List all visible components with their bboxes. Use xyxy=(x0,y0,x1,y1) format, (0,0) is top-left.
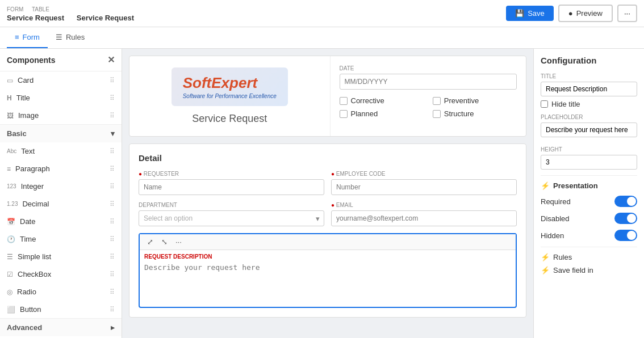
placeholder-config-label: PLACEHOLDER xyxy=(541,114,637,120)
more-options-icon[interactable]: ··· xyxy=(173,236,185,247)
disabled-toggle-row: Disabled xyxy=(541,213,637,224)
sidebar-item-radio[interactable]: ◎ Radio ⠿ xyxy=(0,283,122,301)
logo-expert: Expert xyxy=(211,74,257,91)
hide-title-label: Hide title xyxy=(551,100,580,108)
tab-form[interactable]: ≡ Form xyxy=(7,27,48,48)
hidden-label: Hidden xyxy=(541,231,564,240)
requester-input[interactable] xyxy=(139,179,324,195)
time-icon: 🕐 xyxy=(7,235,15,243)
expand-icon[interactable]: ⤢ xyxy=(144,236,156,247)
department-select[interactable]: Select an option xyxy=(139,210,324,226)
tabs-bar: ≡ Form ☰ Rules xyxy=(0,27,644,49)
height-config-input[interactable] xyxy=(541,155,637,170)
config-panel: Configuration TITLE Hide title PLACEHOLD… xyxy=(533,49,644,338)
checkbox-preventive[interactable]: Preventive xyxy=(433,96,517,105)
drag-handle[interactable]: ⠿ xyxy=(110,235,115,243)
close-icon[interactable]: ✕ xyxy=(107,54,115,65)
drag-handle[interactable]: ⠿ xyxy=(110,94,115,102)
textarea-toolbar: ⤢ ⤡ ··· xyxy=(140,234,516,250)
employee-field: ● EMPLOYEE CODE xyxy=(331,171,517,195)
sidebar-item-time[interactable]: 🕐 Time ⠿ xyxy=(0,230,122,248)
config-title: Configuration xyxy=(541,56,637,65)
card-icon: ▭ xyxy=(7,77,13,84)
hidden-toggle[interactable] xyxy=(614,230,637,241)
placeholder-config-input[interactable] xyxy=(541,122,637,137)
drag-handle[interactable]: ⠿ xyxy=(110,271,115,278)
preventive-checkbox[interactable] xyxy=(433,97,441,105)
basic-section-header[interactable]: Basic ▾ xyxy=(0,124,122,142)
sidebar-item-decimal[interactable]: 1.23 Decimal ⠿ xyxy=(0,195,122,213)
sidebar-item-text[interactable]: Abc Text ⠿ xyxy=(0,142,122,160)
hide-title-checkbox[interactable] xyxy=(541,100,548,108)
checkbox-corrective[interactable]: Corrective xyxy=(340,96,424,105)
request-description-card: ⤢ ⤡ ··· REQUEST DESCRIPTION xyxy=(139,233,517,308)
drag-handle[interactable]: ⠿ xyxy=(110,253,115,261)
sidebar-item-card[interactable]: ▭ Card ⠿ xyxy=(0,71,122,89)
row-department-email: DEPARTMENT Select an option ▾ ● EMAIL xyxy=(139,202,517,226)
text-icon: Abc xyxy=(7,148,16,154)
tab-rules[interactable]: ☰ Rules xyxy=(48,27,93,48)
planned-checkbox[interactable] xyxy=(340,110,348,118)
sidebar-item-integer[interactable]: 123 Integer ⠿ xyxy=(0,178,122,195)
integer-icon: 123 xyxy=(7,183,16,189)
title-config-input[interactable] xyxy=(541,82,637,96)
more-button[interactable]: ··· xyxy=(617,5,637,22)
checkbox-planned[interactable]: Planned xyxy=(340,109,424,118)
corrective-checkbox[interactable] xyxy=(340,97,348,105)
sidebar-item-paragraph[interactable]: ≡ Paragraph ⠿ xyxy=(0,160,122,178)
sidebar-item-title[interactable]: H Title ⠿ xyxy=(0,89,122,107)
required-toggle-row: Required xyxy=(541,196,637,207)
sidebar-item-date[interactable]: 📅 Date ⠿ xyxy=(0,213,122,230)
drag-handle[interactable]: ⠿ xyxy=(110,200,115,208)
drag-handle[interactable]: ⠿ xyxy=(110,183,115,191)
logo-box: SoftExpert Software for Performance Exce… xyxy=(172,67,288,106)
advanced-section-header[interactable]: Advanced ▸ xyxy=(0,318,122,336)
sidebar-item-image[interactable]: 🖼 Image ⠿ xyxy=(0,107,122,124)
department-field: DEPARTMENT Select an option ▾ xyxy=(139,202,324,226)
simplelist-icon: ☰ xyxy=(7,253,13,261)
row-requester-employee: ● REQUESTER ● EMPLOYEE CODE xyxy=(139,171,517,195)
config-divider xyxy=(541,175,637,176)
top-bar: FORM TABLE Service Request Service Reque… xyxy=(0,0,644,27)
drag-handle[interactable]: ⠿ xyxy=(110,147,115,155)
decimal-icon: 1.23 xyxy=(7,201,18,207)
preview-button[interactable]: ● Preview xyxy=(558,5,613,22)
date-input[interactable] xyxy=(340,74,517,90)
sidebar-item-button[interactable]: ⬜ Button ⠿ xyxy=(0,301,122,318)
save-field-row[interactable]: ⚡ Save field in xyxy=(541,266,637,274)
required-toggle[interactable] xyxy=(614,196,637,207)
image-icon: 🖼 xyxy=(7,112,14,120)
drag-handle[interactable]: ⠿ xyxy=(110,306,115,314)
drag-handle[interactable]: ⠿ xyxy=(110,112,115,120)
hide-title-row: Hide title xyxy=(541,100,637,108)
drag-handle[interactable]: ⠿ xyxy=(110,288,115,296)
config-divider-2 xyxy=(541,247,637,247)
request-description-textarea[interactable] xyxy=(140,260,516,305)
save-button[interactable]: 💾 Save xyxy=(506,6,554,21)
date-icon: 📅 xyxy=(7,218,15,226)
sidebar-item-simplelist[interactable]: ☰ Simple list ⠿ xyxy=(0,248,122,265)
checkbox-structure[interactable]: Structure xyxy=(433,109,517,118)
structure-checkbox[interactable] xyxy=(433,110,441,118)
email-field: ● EMAIL xyxy=(331,202,517,226)
request-description-label: REQUEST DESCRIPTION xyxy=(140,250,516,260)
employee-input[interactable] xyxy=(331,179,517,195)
breadcrumb-section: FORM TABLE Service Request Service Reque… xyxy=(7,5,134,22)
chevron-down-icon: ▾ xyxy=(111,129,115,138)
canvas: SoftExpert Software for Performance Exce… xyxy=(122,49,533,338)
drag-handle[interactable]: ⠿ xyxy=(110,165,115,173)
disabled-toggle[interactable] xyxy=(614,213,637,224)
paragraph-icon: ≡ xyxy=(7,165,11,173)
sidebar-item-checkbox[interactable]: ☑ CheckBox ⠿ xyxy=(0,265,122,283)
form-tab-icon: ≡ xyxy=(15,33,19,41)
chevron-right-icon: ▸ xyxy=(111,323,115,332)
email-input[interactable] xyxy=(331,210,517,226)
breadcrumb: FORM TABLE xyxy=(7,5,134,13)
rules-row[interactable]: ⚡ Rules xyxy=(541,253,637,261)
drag-handle[interactable]: ⠿ xyxy=(110,77,115,84)
date-checkbox-section: DATE Corrective Preventive xyxy=(331,56,526,136)
preview-icon: ● xyxy=(568,9,573,18)
save-icon: 💾 xyxy=(515,9,524,18)
drag-handle[interactable]: ⠿ xyxy=(110,218,115,226)
collapse-icon[interactable]: ⤡ xyxy=(158,236,170,247)
